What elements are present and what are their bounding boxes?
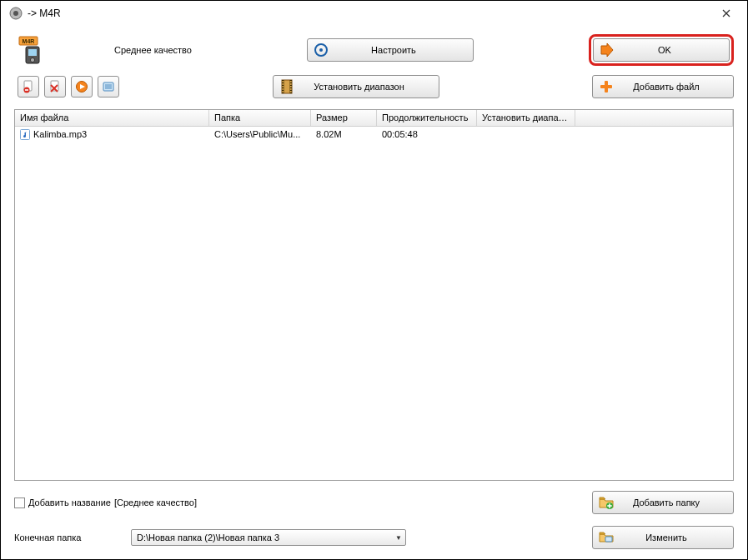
- svg-rect-27: [282, 83, 284, 85]
- cell-name: Kalimba.mp3: [15, 127, 209, 142]
- clear-button[interactable]: [44, 76, 66, 98]
- film-icon: [279, 78, 295, 95]
- svg-text:M4R: M4R: [23, 38, 35, 44]
- cell-duration: 00:05:48: [377, 127, 477, 142]
- col-header-range[interactable]: Установить диапаз...: [477, 110, 575, 126]
- svg-rect-26: [282, 81, 284, 82]
- svg-rect-42: [605, 537, 612, 542]
- content-area: M4R Среднее качество Настроить: [1, 26, 747, 559]
- add-title-checkbox[interactable]: [14, 498, 25, 508]
- ok-label: OK: [619, 45, 729, 55]
- svg-point-1: [13, 11, 18, 16]
- play-button[interactable]: [71, 76, 93, 98]
- col-header-name[interactable]: Имя файла: [15, 110, 209, 126]
- add-title-checkbox-wrap[interactable]: Добавить название [Среднее качество]: [14, 498, 197, 508]
- svg-rect-29: [282, 88, 284, 90]
- cell-range: [477, 127, 575, 142]
- svg-rect-31: [289, 81, 291, 82]
- table-row[interactable]: Kalimba.mp3 C:\Users\Public\Mu... 8.02M …: [15, 127, 733, 142]
- folder-plus-icon: [598, 494, 615, 511]
- col-header-duration[interactable]: Продолжительность: [377, 110, 477, 126]
- gear-icon: [313, 42, 329, 58]
- audio-file-icon: [20, 129, 30, 140]
- svg-rect-41: [607, 505, 611, 507]
- cell-folder: C:\Users\Public\Mu...: [209, 127, 311, 142]
- quality-label: Среднее качество: [114, 45, 192, 55]
- top-row: M4R Среднее качество Настроить: [14, 32, 734, 68]
- add-title-label: Добавить название: [28, 498, 111, 508]
- file-table: Имя файла Папка Размер Продолжительность…: [14, 109, 734, 481]
- table-body: Kalimba.mp3 C:\Users\Public\Mu... 8.02M …: [15, 127, 733, 480]
- col-header-size[interactable]: Размер: [311, 110, 377, 126]
- svg-rect-33: [289, 86, 291, 88]
- add-folder-label: Добавить папку: [618, 498, 733, 508]
- bottom-area: Добавить название [Среднее качество]: [14, 481, 734, 549]
- titlebar: -> M4R: [1, 1, 747, 26]
- plus-icon: [598, 78, 615, 95]
- svg-point-10: [319, 48, 323, 52]
- close-button[interactable]: [714, 5, 739, 22]
- change-label: Изменить: [618, 532, 733, 542]
- app-icon: [9, 7, 23, 20]
- col-header-rest: [575, 110, 733, 126]
- svg-rect-30: [282, 91, 284, 92]
- app-window: -> M4R M4R Среднее качество: [0, 0, 748, 560]
- svg-rect-37: [600, 85, 612, 88]
- add-title-suffix: [Среднее качество]: [114, 498, 197, 508]
- col-header-folder[interactable]: Папка: [209, 110, 311, 126]
- svg-rect-7: [28, 49, 37, 56]
- ok-button[interactable]: OK: [593, 38, 730, 62]
- svg-rect-34: [289, 88, 291, 90]
- svg-rect-32: [289, 83, 291, 85]
- cell-size: 8.02M: [311, 127, 377, 142]
- remove-button[interactable]: [18, 76, 39, 98]
- target-folder-label: Конечная папка: [14, 532, 131, 542]
- list-button[interactable]: [98, 76, 119, 98]
- set-range-label: Установить диапазон: [299, 82, 439, 92]
- svg-rect-35: [289, 91, 291, 92]
- bottom-row-1: Добавить название [Среднее качество]: [14, 491, 734, 514]
- add-file-button[interactable]: Добавить файл: [592, 75, 734, 98]
- bottom-row-2: Конечная папка D:\Новая папка (2)\Новая …: [14, 526, 734, 549]
- set-range-button[interactable]: Установить диапазон: [273, 75, 439, 98]
- add-folder-button[interactable]: Добавить папку: [592, 491, 734, 514]
- table-header: Имя файла Папка Размер Продолжительность…: [15, 110, 733, 127]
- folder-open-icon: [598, 529, 615, 546]
- cell-rest: [575, 127, 733, 142]
- mini-buttons: [18, 76, 119, 98]
- svg-rect-13: [25, 89, 28, 91]
- cell-name-text: Kalimba.mp3: [33, 129, 87, 139]
- ok-highlight: OK: [589, 34, 734, 66]
- svg-rect-28: [282, 86, 284, 88]
- target-folder-value: D:\Новая папка (2)\Новая папка 3: [137, 532, 395, 542]
- convert-icon: [599, 42, 615, 58]
- format-icon: M4R: [18, 35, 48, 65]
- change-button[interactable]: Изменить: [592, 526, 734, 549]
- settings-label: Настроить: [333, 45, 473, 55]
- target-folder-combo[interactable]: D:\Новая папка (2)\Новая папка 3 ▼: [131, 529, 406, 546]
- window-title: -> M4R: [28, 8, 714, 19]
- second-row: Установить диапазон Добавить файл: [14, 71, 734, 102]
- add-file-label: Добавить файл: [618, 82, 733, 92]
- svg-point-8: [30, 58, 34, 62]
- settings-button[interactable]: Настроить: [307, 38, 474, 62]
- chevron-down-icon: ▼: [395, 534, 402, 542]
